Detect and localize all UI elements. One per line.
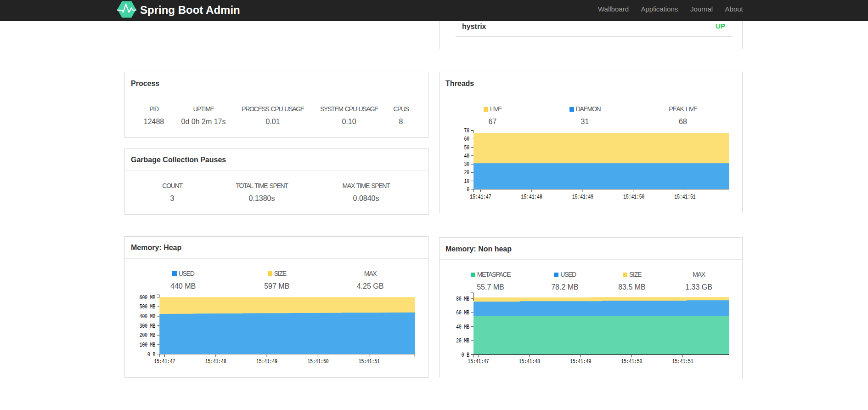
svg-text:15:41:48: 15:41:48 bbox=[205, 359, 226, 365]
svg-text:15:41:50: 15:41:50 bbox=[307, 359, 328, 365]
svg-text:80 MB: 80 MB bbox=[456, 296, 469, 302]
svg-text:15:41:49: 15:41:49 bbox=[256, 359, 277, 365]
svg-text:15:41:48: 15:41:48 bbox=[521, 194, 542, 200]
svg-text:15:41:47: 15:41:47 bbox=[468, 359, 489, 365]
svg-text:30: 30 bbox=[464, 161, 470, 168]
svg-text:40: 40 bbox=[464, 153, 470, 159]
svg-text:20 MB: 20 MB bbox=[456, 338, 469, 344]
svg-text:40 MB: 40 MB bbox=[456, 324, 469, 330]
svg-text:500 MB: 500 MB bbox=[140, 304, 156, 310]
svg-text:15:41:50: 15:41:50 bbox=[623, 194, 644, 200]
svg-text:600 MB: 600 MB bbox=[140, 294, 156, 301]
svg-text:15:41:49: 15:41:49 bbox=[570, 359, 591, 365]
svg-text:50: 50 bbox=[464, 145, 470, 151]
svg-text:70: 70 bbox=[464, 128, 470, 134]
svg-text:15:41:50: 15:41:50 bbox=[621, 359, 642, 365]
svg-text:15:41:47: 15:41:47 bbox=[470, 194, 491, 200]
svg-text:15:41:51: 15:41:51 bbox=[675, 194, 696, 200]
svg-text:10: 10 bbox=[464, 178, 470, 185]
svg-text:20: 20 bbox=[464, 170, 470, 176]
svg-text:200 MB: 200 MB bbox=[140, 332, 156, 339]
svg-text:15:41:51: 15:41:51 bbox=[359, 359, 380, 365]
svg-text:15:41:47: 15:41:47 bbox=[154, 359, 175, 365]
svg-text:0: 0 bbox=[467, 187, 469, 193]
svg-text:60 MB: 60 MB bbox=[456, 310, 469, 316]
svg-text:300 MB: 300 MB bbox=[140, 323, 156, 329]
svg-text:15:41:48: 15:41:48 bbox=[519, 359, 540, 365]
svg-text:100 MB: 100 MB bbox=[140, 342, 156, 348]
svg-text:0 B: 0 B bbox=[147, 351, 155, 358]
svg-text:15:41:51: 15:41:51 bbox=[672, 359, 693, 365]
svg-text:0 B: 0 B bbox=[462, 352, 469, 359]
svg-text:400 MB: 400 MB bbox=[140, 313, 156, 320]
svg-text:60: 60 bbox=[464, 136, 470, 142]
svg-text:15:41:49: 15:41:49 bbox=[572, 194, 593, 200]
